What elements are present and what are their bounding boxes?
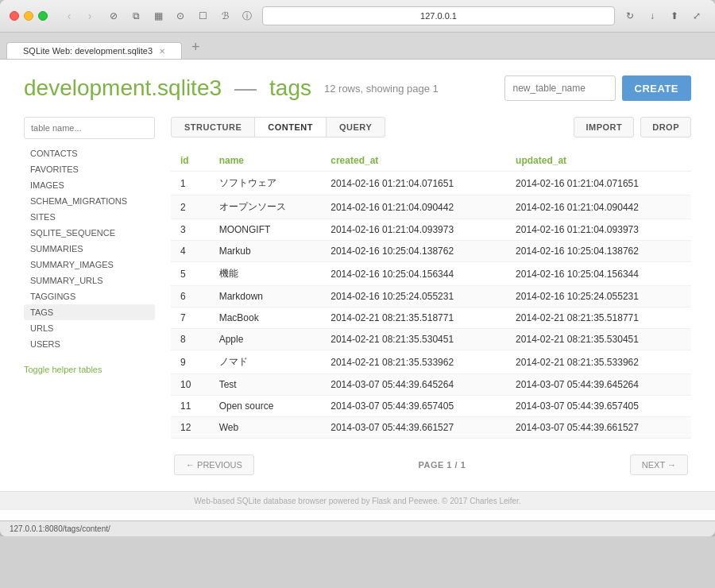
footer-text: Web-based SQLite database browser powere…	[194, 497, 520, 505]
camera-icon: ⊙	[172, 7, 189, 25]
col-header-name: name	[210, 150, 322, 172]
table-row[interactable]: 12Web2014-03-07 05:44:39.6615272014-03-0…	[171, 417, 691, 439]
cell-updated_at: 2014-02-21 08:21:35.518771	[506, 308, 691, 329]
maximize-button[interactable]	[38, 11, 48, 21]
footer: Web-based SQLite database browser powere…	[0, 491, 715, 510]
nav-buttons: ‹ ›	[60, 7, 99, 25]
document-icon: ☐	[194, 7, 211, 25]
toggle-helper-tables-link[interactable]: Toggle helper tables	[24, 365, 155, 374]
cell-name: Markub	[210, 241, 322, 262]
address-bar-wrapper	[262, 6, 615, 25]
title-dash: —	[234, 75, 257, 101]
cell-updated_at: 2014-02-21 08:21:35.530451	[506, 329, 691, 350]
info-icon: ⓘ	[238, 7, 256, 25]
cell-created_at: 2014-03-07 05:44:39.645264	[321, 374, 506, 396]
sidebar-item-summary_urls[interactable]: SUMMARY_URLS	[24, 273, 155, 288]
main-layout: CONTACTSFAVORITESIMAGESSCHEMA_MIGRATIONS…	[24, 117, 691, 475]
status-bar: 127.0.0.1:8080/tags/content/	[0, 520, 715, 536]
action-drop-button[interactable]: DROP	[640, 117, 691, 137]
toolbar-icons: ⊘ ⧉ ▦ ⊙ ☐ ℬ ⓘ	[105, 7, 256, 25]
cell-updated_at: 2014-02-16 01:21:04.090442	[506, 195, 691, 219]
sidebar-item-images[interactable]: IMAGES	[24, 177, 155, 193]
action-buttons: IMPORTDROP	[570, 117, 691, 137]
cell-created_at: 2014-02-16 10:25:04.138762	[321, 241, 506, 262]
sidebar-items-list: CONTACTSFAVORITESIMAGESSCHEMA_MIGRATIONS…	[24, 145, 155, 352]
sidebar-item-summary_images[interactable]: SUMMARY_IMAGES	[24, 257, 155, 273]
browser-tabbar: SQLite Web: development.sqlite3 ✕ +	[0, 33, 715, 60]
table-row[interactable]: 7MacBook2014-02-21 08:21:35.5187712014-0…	[171, 308, 691, 329]
cell-created_at: 2014-02-21 08:21:35.533962	[321, 350, 506, 374]
cell-name: 機能	[210, 262, 322, 286]
page-header: development.sqlite3 — tags 12 rows, show…	[24, 75, 691, 101]
cell-updated_at: 2014-03-07 05:44:39.645264	[506, 374, 691, 396]
sidebar-item-summaries[interactable]: SUMMARIES	[24, 241, 155, 257]
back-button[interactable]: ‹	[60, 7, 78, 25]
sidebar-item-schema_migrations[interactable]: SCHEMA_MIGRATIONS	[24, 193, 155, 209]
content-tabs: STRUCTURECONTENTQUERY	[171, 117, 385, 137]
page-inner: development.sqlite3 — tags 12 rows, show…	[0, 60, 715, 491]
create-button[interactable]: CREATE	[622, 75, 691, 101]
cell-id: 2	[171, 195, 210, 219]
close-button[interactable]	[10, 11, 19, 21]
table-row[interactable]: 11Open source2014-03-07 05:44:39.6574052…	[171, 396, 691, 417]
forward-button[interactable]: ›	[81, 7, 99, 25]
sidebar-item-sqlite_sequence[interactable]: SQLITE_SEQUENCE	[24, 225, 155, 241]
table-row[interactable]: 1ソフトウェア2014-02-16 01:21:04.0716512014-02…	[171, 172, 691, 195]
tab-close-icon[interactable]: ✕	[159, 47, 165, 56]
prev-button[interactable]: ← PREVIOUS	[174, 455, 254, 475]
cell-created_at: 2014-02-21 08:21:35.530451	[321, 329, 506, 350]
table-row[interactable]: 2オープンソース2014-02-16 01:21:04.0904422014-0…	[171, 195, 691, 219]
tab-query[interactable]: QUERY	[327, 117, 385, 137]
reload-icon[interactable]: ↻	[621, 7, 639, 25]
sidebar-search-input[interactable]	[24, 117, 155, 139]
cell-id: 10	[171, 374, 210, 396]
cell-name: Markdown	[210, 286, 322, 308]
sidebar-item-urls[interactable]: URLS	[24, 320, 155, 336]
action-import-button[interactable]: IMPORT	[574, 117, 634, 137]
cell-id: 12	[171, 417, 210, 439]
browser-content: development.sqlite3 — tags 12 rows, show…	[0, 60, 715, 520]
address-bar[interactable]	[262, 6, 615, 25]
cell-updated_at: 2014-03-07 05:44:39.661527	[506, 417, 691, 439]
col-header-updated_at: updated_at	[506, 150, 691, 172]
tab-content[interactable]: CONTENT	[255, 117, 327, 137]
traffic-lights	[10, 11, 48, 21]
header-right: CREATE	[504, 75, 691, 101]
table-row[interactable]: 10Test2014-03-07 05:44:39.6452642014-03-…	[171, 374, 691, 396]
image-icon: ▦	[149, 7, 167, 25]
row-info: 12 rows, showing page 1	[324, 83, 439, 95]
sidebar-item-tags[interactable]: TAGS	[24, 304, 155, 320]
cell-id: 6	[171, 286, 210, 308]
table-row[interactable]: 8Apple2014-02-21 08:21:35.5304512014-02-…	[171, 329, 691, 350]
page-info: PAGE 1 / 1	[418, 460, 466, 470]
table-header-row: idnamecreated_atupdated_at	[171, 150, 691, 172]
cell-name: MOONGIFT	[210, 219, 322, 241]
cell-updated_at: 2014-02-16 10:25:24.055231	[506, 286, 691, 308]
table-row[interactable]: 9ノマド2014-02-21 08:21:35.5339622014-02-21…	[171, 350, 691, 374]
cell-updated_at: 2014-02-21 08:21:35.533962	[506, 350, 691, 374]
sidebar-item-favorites[interactable]: FAVORITES	[24, 161, 155, 177]
new-table-input[interactable]	[504, 75, 616, 101]
status-url: 127.0.0.1:8080/tags/content/	[10, 524, 110, 533]
table-row[interactable]: 4Markub2014-02-16 10:25:04.1387622014-02…	[171, 241, 691, 262]
tab-structure[interactable]: STRUCTURE	[171, 117, 255, 137]
browser-titlebar: ‹ › ⊘ ⧉ ▦ ⊙ ☐ ℬ ⓘ ↻ ↓ ⬆ ⤢	[0, 0, 715, 33]
table-row[interactable]: 5機能2014-02-16 10:25:04.1563442014-02-16 …	[171, 262, 691, 286]
minimize-button[interactable]	[24, 11, 33, 21]
cell-id: 9	[171, 350, 210, 374]
data-table: idnamecreated_atupdated_at 1ソフトウェア2014-0…	[171, 150, 691, 439]
cell-updated_at: 2014-03-07 05:44:39.657405	[506, 396, 691, 417]
sidebar-item-users[interactable]: USERS	[24, 336, 155, 352]
table-row[interactable]: 6Markdown2014-02-16 10:25:24.0552312014-…	[171, 286, 691, 308]
next-button[interactable]: NEXT →	[630, 455, 688, 475]
cell-created_at: 2014-02-21 08:21:35.518771	[321, 308, 506, 329]
new-tab-button[interactable]: +	[185, 36, 207, 59]
sidebar-item-taggings[interactable]: TAGGINGS	[24, 288, 155, 304]
fullscreen-icon: ⤢	[688, 7, 705, 25]
sidebar-item-sites[interactable]: SITES	[24, 209, 155, 225]
table-row[interactable]: 3MOONGIFT2014-02-16 01:21:04.0939732014-…	[171, 219, 691, 241]
table-name-title: tags	[269, 75, 311, 101]
browser-window: ‹ › ⊘ ⧉ ▦ ⊙ ☐ ℬ ⓘ ↻ ↓ ⬆ ⤢ SQLite Web: de…	[0, 0, 715, 536]
browser-tab-active[interactable]: SQLite Web: development.sqlite3 ✕	[6, 42, 182, 59]
sidebar-item-contacts[interactable]: CONTACTS	[24, 145, 155, 161]
